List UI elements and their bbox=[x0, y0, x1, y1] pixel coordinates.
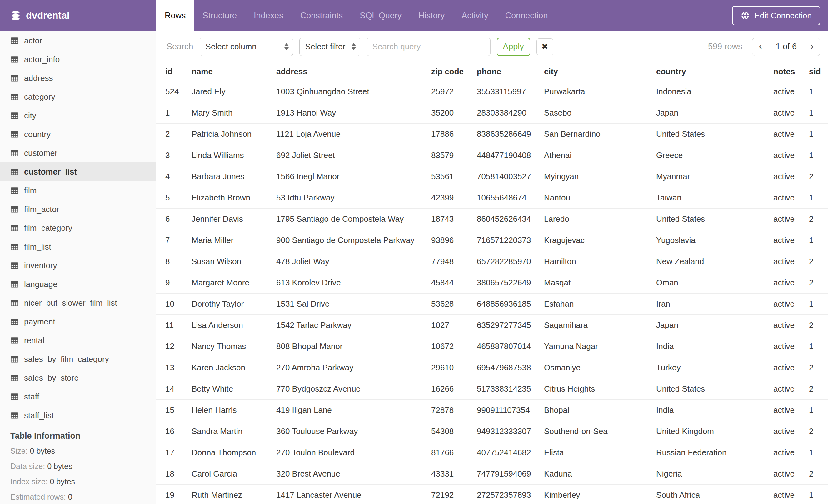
tab-constraints[interactable]: Constraints bbox=[292, 0, 351, 31]
cell-notes: active bbox=[773, 123, 809, 145]
cell-country: Russian Federation bbox=[656, 442, 773, 463]
cell-id: 524 bbox=[156, 81, 192, 102]
app-header: dvdrental RowsStructureIndexesConstraint… bbox=[0, 0, 828, 31]
sidebar-item-category[interactable]: category bbox=[0, 87, 156, 106]
cell-city: Kragujevac bbox=[544, 230, 656, 251]
column-header-name[interactable]: name bbox=[192, 62, 276, 81]
cell-notes: active bbox=[773, 208, 809, 230]
tab-connection[interactable]: Connection bbox=[497, 0, 556, 31]
sidebar-item-sales-by-store[interactable]: sales_by_store bbox=[0, 368, 156, 387]
cell-zip-code: 17886 bbox=[431, 123, 477, 145]
table-header-row: idnameaddresszip codephonecitycountrynot… bbox=[156, 62, 828, 81]
sidebar-item-film-list[interactable]: film_list bbox=[0, 237, 156, 256]
cell-country: Turkey bbox=[656, 357, 773, 378]
sidebar-item-actor[interactable]: actor bbox=[0, 31, 156, 50]
tab-indexes[interactable]: Indexes bbox=[245, 0, 292, 31]
select-filter-value: Select filter bbox=[305, 42, 345, 51]
cell-name: Betty White bbox=[192, 378, 276, 399]
chevron-left-icon: ‹ bbox=[759, 40, 762, 52]
sidebar-item-customer-list[interactable]: customer_list bbox=[0, 163, 156, 181]
info-label: Data size: bbox=[10, 462, 45, 470]
column-header-address[interactable]: address bbox=[276, 62, 431, 81]
search-query-input[interactable] bbox=[367, 38, 491, 56]
sidebar-item-nicer-but-slower-film-list[interactable]: nicer_but_slower_film_list bbox=[0, 293, 156, 312]
apply-button[interactable]: Apply bbox=[497, 38, 530, 56]
column-header-sid[interactable]: sid bbox=[809, 62, 828, 81]
cell-zip-code: 16266 bbox=[431, 378, 477, 399]
column-header-city[interactable]: city bbox=[544, 62, 656, 81]
cell-id: 13 bbox=[156, 357, 192, 378]
sidebar-item-actor-info[interactable]: actor_info bbox=[0, 50, 156, 69]
sidebar-item-film-actor[interactable]: film_actor bbox=[0, 200, 156, 219]
table-row: 8Susan Wilson478 Joliet Way7794865728228… bbox=[156, 251, 828, 272]
sidebar-item-film-category[interactable]: film_category bbox=[0, 219, 156, 237]
cell-id: 7 bbox=[156, 230, 192, 251]
cell-city: Masqat bbox=[544, 272, 656, 293]
close-icon: ✖ bbox=[541, 42, 548, 51]
tab-bar: RowsStructureIndexesConstraintsSQL Query… bbox=[156, 0, 556, 31]
sidebar-item-label: language bbox=[24, 279, 57, 289]
sidebar-item-film[interactable]: film bbox=[0, 181, 156, 200]
sidebar-item-payment[interactable]: payment bbox=[0, 312, 156, 331]
sidebar-item-inventory[interactable]: inventory bbox=[0, 256, 156, 275]
cell-zip-code: 77948 bbox=[431, 251, 477, 272]
tab-rows[interactable]: Rows bbox=[156, 0, 194, 31]
table-row: 15Helen Harris419 Iligan Lane72878990911… bbox=[156, 399, 828, 421]
sidebar-item-rental[interactable]: rental bbox=[0, 331, 156, 350]
tab-history[interactable]: History bbox=[410, 0, 453, 31]
clear-search-button[interactable]: ✖ bbox=[536, 38, 553, 55]
cell-address: 808 Bhopal Manor bbox=[276, 336, 431, 357]
tab-activity[interactable]: Activity bbox=[453, 0, 497, 31]
cell-notes: active bbox=[773, 463, 809, 484]
column-header-zip-code[interactable]: zip code bbox=[431, 62, 477, 81]
cell-notes: active bbox=[773, 272, 809, 293]
pagination-control: ‹ 1 of 6 › bbox=[752, 38, 820, 56]
cell-phone: 517338314235 bbox=[477, 378, 544, 399]
cell-phone: 657282285970 bbox=[477, 251, 544, 272]
cell-sid: 2 bbox=[809, 378, 828, 399]
select-filter-dropdown[interactable]: Select filter bbox=[299, 38, 360, 56]
sidebar-item-address[interactable]: address bbox=[0, 69, 156, 87]
tab-sql-query[interactable]: SQL Query bbox=[351, 0, 410, 31]
table-row: 3Linda Williams692 Joliet Street83579448… bbox=[156, 145, 828, 166]
sidebar-item-sales-by-film-category[interactable]: sales_by_film_category bbox=[0, 350, 156, 368]
cell-zip-code: 81766 bbox=[431, 442, 477, 463]
sidebar-item-label: staff bbox=[24, 392, 39, 402]
sidebar-item-customer[interactable]: customer bbox=[0, 144, 156, 163]
sidebar-item-label: film_list bbox=[24, 242, 51, 252]
column-header-id[interactable]: id bbox=[156, 62, 192, 81]
sidebar-item-language[interactable]: language bbox=[0, 275, 156, 293]
cell-city: Athenai bbox=[544, 145, 656, 166]
cell-zip-code: 42399 bbox=[431, 187, 477, 208]
globe-icon bbox=[741, 11, 750, 20]
cell-city: Sasebo bbox=[544, 102, 656, 123]
cell-country: South Africa bbox=[656, 484, 773, 504]
main-area: actoractor_infoaddresscategorycitycountr… bbox=[0, 31, 828, 504]
table-row: 18Carol Garcia320 Brest Avenue4333174779… bbox=[156, 463, 828, 484]
cell-sid: 1 bbox=[809, 187, 828, 208]
page-indicator: 1 of 6 bbox=[768, 38, 804, 56]
sidebar-item-country[interactable]: country bbox=[0, 125, 156, 144]
cell-address: 1566 Inegl Manor bbox=[276, 166, 431, 187]
sidebar-item-staff[interactable]: staff bbox=[0, 387, 156, 406]
cell-id: 17 bbox=[156, 442, 192, 463]
select-column-dropdown[interactable]: Select column bbox=[200, 38, 293, 56]
next-page-button[interactable]: › bbox=[804, 38, 820, 56]
cell-id: 9 bbox=[156, 272, 192, 293]
sidebar-item-staff-list[interactable]: staff_list bbox=[0, 406, 156, 425]
sidebar-item-city[interactable]: city bbox=[0, 106, 156, 125]
table-grid-icon bbox=[10, 280, 19, 288]
cell-id: 16 bbox=[156, 421, 192, 442]
column-header-notes[interactable]: notes bbox=[773, 62, 809, 81]
table-info-data-size-: Data size: 0 bytes bbox=[10, 459, 156, 474]
cell-country: New Zealand bbox=[656, 251, 773, 272]
tab-structure[interactable]: Structure bbox=[194, 0, 246, 31]
table-grid-icon bbox=[10, 168, 19, 176]
column-header-country[interactable]: country bbox=[656, 62, 773, 81]
column-header-phone[interactable]: phone bbox=[477, 62, 544, 81]
edit-connection-button[interactable]: Edit Connection bbox=[732, 6, 820, 25]
cell-name: Jennifer Davis bbox=[192, 208, 276, 230]
sidebar-item-label: customer bbox=[24, 148, 57, 158]
previous-page-button[interactable]: ‹ bbox=[752, 38, 768, 56]
cell-zip-code: 18743 bbox=[431, 208, 477, 230]
